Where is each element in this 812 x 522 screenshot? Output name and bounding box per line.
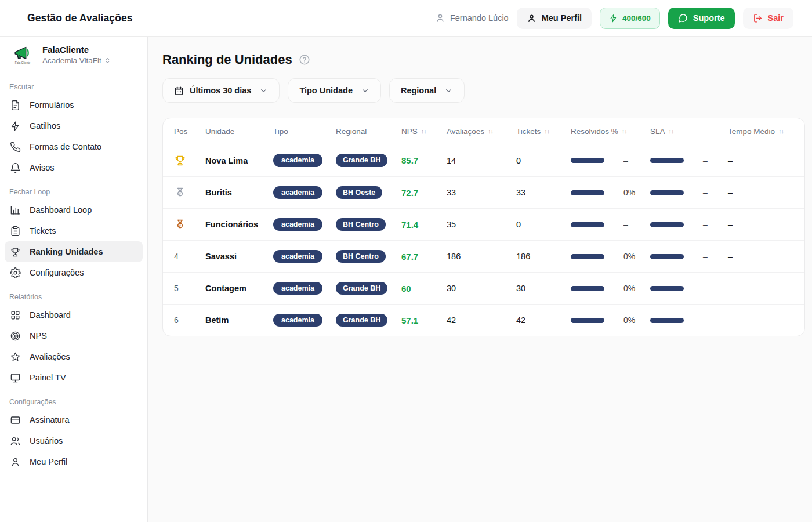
regional-badge: Grande BH <box>336 154 387 167</box>
nav-section-escutar: Escutar Formulários Gatilhos Formas de C… <box>0 73 147 178</box>
sidebar-item-label: Tickets <box>30 226 56 235</box>
filter-regional[interactable]: Regional <box>389 78 465 103</box>
rank-number: 5 <box>174 284 179 293</box>
grid-icon <box>10 310 21 321</box>
main-content: Ranking de Unidades Últimos 30 dias Tipo… <box>148 37 812 522</box>
nps-value: 67.7 <box>401 252 447 262</box>
top-header: Gestão de Avaliações Fernando Lúcio Meu … <box>0 0 812 37</box>
help-icon[interactable] <box>299 54 310 66</box>
user-icon <box>527 13 536 23</box>
table-body: Nova LimaacademiaGrande BH85.7140–––Buri… <box>163 144 804 336</box>
chat-icon <box>678 13 688 23</box>
avaliacoes-value: 33 <box>447 188 516 197</box>
sidebar-item-label: Gatilhos <box>30 121 60 130</box>
nps-value: 71.4 <box>401 220 447 230</box>
resolvidos-bar <box>571 318 604 323</box>
chevron-down-icon <box>444 86 453 95</box>
type-badge: academia <box>273 314 322 327</box>
unit-name: Betim <box>205 316 273 325</box>
sidebar-item-assinatura[interactable]: Assinatura <box>5 409 143 430</box>
sidebar-item-meu-perfil[interactable]: Meu Perfil <box>5 451 143 472</box>
suporte-button[interactable]: Suporte <box>668 8 735 29</box>
credits-badge[interactable]: 400/600 <box>600 8 660 29</box>
nav-section-fechar-loop: Fechar Loop Dashboard Loop Tickets Ranki… <box>0 178 147 283</box>
zap-icon <box>10 121 21 132</box>
sidebar-item-label: Formas de Contato <box>30 142 102 151</box>
users-icon <box>10 436 21 447</box>
rank-number: 6 <box>174 316 179 325</box>
sidebar-item-formas-de-contato[interactable]: Formas de Contato <box>5 136 143 157</box>
sla-bar <box>650 286 684 291</box>
table-row: 5ContagemacademiaGrande BH6030300%–– <box>163 272 804 304</box>
col-sla[interactable]: SLA↑↓ <box>650 127 728 136</box>
unit-name: Contagem <box>205 284 273 293</box>
resolvidos-value: 0% <box>624 188 635 197</box>
org-selector[interactable]: Academia VitaFit <box>42 56 111 65</box>
brand-logo-caption: Fala Cliente <box>15 61 31 64</box>
page-title: Ranking de Unidades <box>162 52 292 67</box>
sidebar-item-label: Usuários <box>30 436 63 445</box>
col-avaliacoes[interactable]: Avaliações↑↓ <box>447 127 516 136</box>
col-regional: Regional <box>336 127 401 136</box>
sidebar-item-configuracoes[interactable]: Configurações <box>5 262 143 283</box>
sidebar-item-label: NPS <box>30 331 47 340</box>
sidebar-item-painel-tv[interactable]: Painel TV <box>5 367 143 388</box>
sidebar-item-tickets[interactable]: Tickets <box>5 220 143 241</box>
current-user: Fernando Lúcio <box>435 13 509 23</box>
col-resolvidos[interactable]: Resolvidos %↑↓ <box>571 127 650 136</box>
sidebar-item-gatilhos[interactable]: Gatilhos <box>5 115 143 136</box>
col-nps[interactable]: NPS↑↓ <box>401 127 447 136</box>
sair-button[interactable]: Sair <box>743 8 793 29</box>
tickets-value: 0 <box>516 220 571 229</box>
tickets-value: 33 <box>516 188 571 197</box>
gear-icon <box>10 267 21 278</box>
sidebar-item-formularios[interactable]: Formulários <box>5 95 143 115</box>
sidebar-item-usuarios[interactable]: Usuários <box>5 430 143 451</box>
meu-perfil-button[interactable]: Meu Perfil <box>517 8 592 29</box>
resolvidos-value: 0% <box>624 252 635 261</box>
resolvidos-bar <box>571 158 604 163</box>
sla-value: – <box>703 188 708 197</box>
sidebar-item-avaliacoes[interactable]: Avaliações <box>5 346 143 367</box>
resolvidos-bar <box>571 286 604 291</box>
sidebar-item-ranking-unidades[interactable]: Ranking Unidades <box>5 241 143 262</box>
sla-bar <box>650 190 684 195</box>
rank-cell: 6 <box>174 316 205 325</box>
medal-bronze-icon <box>174 219 205 231</box>
zap-icon <box>609 14 618 23</box>
unit-name: Nova Lima <box>205 156 273 165</box>
bar-chart-icon <box>10 205 21 216</box>
unit-name: Funcionários <box>205 220 273 229</box>
rank-cell: 4 <box>174 252 205 261</box>
sidebar-item-nps[interactable]: NPS <box>5 325 143 346</box>
sidebar-item-label: Avisos <box>30 163 54 172</box>
table-row: FuncionáriosacademiaBH Centro71.4350––– <box>163 208 804 240</box>
type-badge: academia <box>273 282 322 295</box>
col-tickets[interactable]: Tickets↑↓ <box>516 127 571 136</box>
sort-icon: ↑↓ <box>544 128 549 135</box>
filter-period[interactable]: Últimos 30 dias <box>162 78 280 103</box>
rank-cell: 5 <box>174 284 205 293</box>
col-tipo: Tipo <box>273 127 336 136</box>
ranking-table: Pos Unidade Tipo Regional NPS↑↓ Avaliaçõ… <box>162 118 805 336</box>
logout-icon <box>753 13 763 23</box>
filter-regional-label: Regional <box>401 86 436 95</box>
resolvidos-value: – <box>624 220 628 229</box>
sidebar-item-avisos[interactable]: Avisos <box>5 157 143 178</box>
filter-tipo-unidade[interactable]: Tipo Unidade <box>288 78 381 103</box>
tempo-medio-value: – <box>728 220 804 229</box>
sidebar-item-dashboard-loop[interactable]: Dashboard Loop <box>5 200 143 220</box>
resolvidos-bar <box>571 190 604 195</box>
nav-section-label: Fechar Loop <box>0 188 147 200</box>
credit-card-icon <box>10 415 21 426</box>
sla-bar <box>650 318 684 323</box>
nav-section-label: Escutar <box>0 83 147 95</box>
chevron-down-icon <box>361 86 369 95</box>
sidebar-item-label: Meu Perfil <box>30 457 67 466</box>
col-tempo-medio[interactable]: Tempo Médio↑↓ <box>728 127 804 136</box>
resolvidos-value: 0% <box>624 316 635 325</box>
org-name: Academia VitaFit <box>42 56 102 65</box>
nps-value: 85.7 <box>401 155 447 165</box>
nps-value: 72.7 <box>401 188 447 198</box>
sidebar-item-dashboard[interactable]: Dashboard <box>5 304 143 325</box>
